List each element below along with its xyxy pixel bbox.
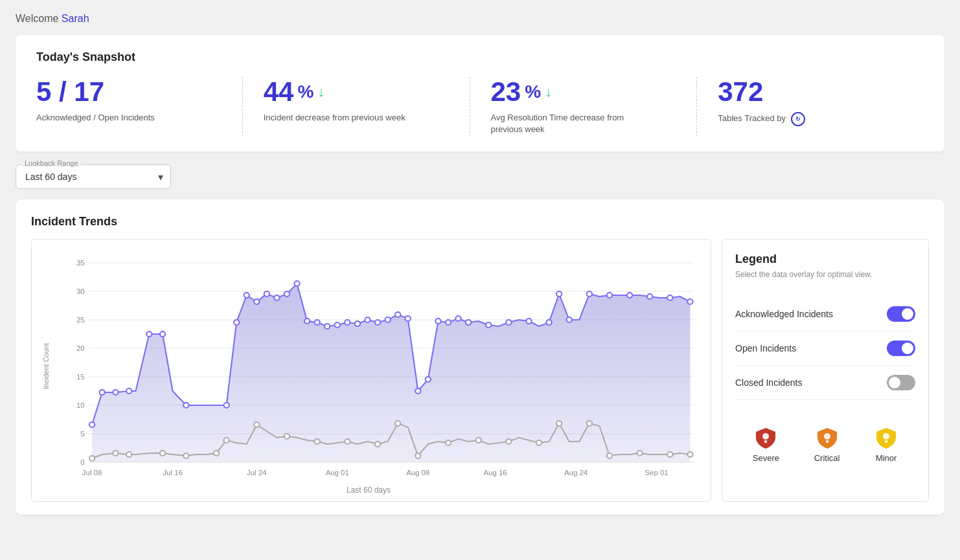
svg-rect-95 bbox=[826, 440, 829, 443]
metric-resolution-time: 23% ↓ Avg Resolution Time decrease from … bbox=[491, 77, 698, 136]
tracked-icon: ↻ bbox=[791, 112, 805, 126]
controls-row: Lookback Range Last 60 days Last 7 days … bbox=[16, 164, 944, 189]
svg-point-50 bbox=[526, 319, 531, 324]
svg-point-34 bbox=[335, 322, 340, 328]
lookback-wrapper: Lookback Range Last 60 days Last 7 days … bbox=[16, 164, 171, 189]
metric-value-4: 372 bbox=[718, 77, 903, 107]
metric-label-2: Incident decrease from previous week bbox=[264, 112, 406, 124]
metric-value-3: 23% ↓ bbox=[491, 77, 676, 107]
svg-text:20: 20 bbox=[76, 344, 85, 352]
lookback-select[interactable]: Last 60 days Last 7 days Last 14 days La… bbox=[16, 164, 171, 189]
chart-container: Incident Count bbox=[31, 239, 711, 502]
svg-point-21 bbox=[160, 331, 165, 337]
svg-point-74 bbox=[446, 440, 451, 445]
svg-point-24 bbox=[234, 320, 239, 325]
svg-text:Aug 16: Aug 16 bbox=[484, 469, 507, 476]
svg-text:30: 30 bbox=[76, 287, 85, 295]
closed-incidents-toggle[interactable] bbox=[887, 375, 915, 390]
svg-point-71 bbox=[375, 442, 380, 447]
severity-icons: Severe Critical bbox=[735, 416, 915, 463]
svg-text:10: 10 bbox=[76, 401, 85, 409]
svg-point-68 bbox=[284, 434, 290, 439]
lookback-label: Lookback Range bbox=[22, 159, 81, 167]
svg-point-17 bbox=[99, 390, 104, 395]
svg-text:Jul 24: Jul 24 bbox=[247, 469, 266, 476]
svg-point-76 bbox=[506, 439, 511, 444]
svg-point-51 bbox=[546, 320, 551, 325]
legend-item-acknowledged: Acknowledged Incidents bbox=[735, 297, 915, 331]
snapshot-title: Today's Snapshot bbox=[36, 50, 924, 64]
chart-svg: 0 5 10 15 20 25 30 35 bbox=[55, 250, 700, 483]
metric-tables-tracked: 372 Tables Tracked by ↻ bbox=[718, 77, 924, 136]
svg-point-25 bbox=[244, 293, 249, 298]
x-axis-label: Last 60 days bbox=[37, 486, 700, 495]
svg-text:15: 15 bbox=[76, 373, 85, 381]
arrow-down-icon-2: ↓ bbox=[545, 85, 552, 99]
metric-label-3: Avg Resolution Time decrease from previo… bbox=[491, 112, 634, 135]
svg-point-20 bbox=[146, 331, 152, 337]
legend-item-open: Open Incidents bbox=[735, 331, 915, 366]
svg-point-44 bbox=[435, 319, 440, 324]
svg-point-43 bbox=[426, 377, 431, 382]
svg-point-56 bbox=[627, 293, 632, 298]
svg-point-61 bbox=[113, 451, 118, 456]
critical-shield-icon bbox=[816, 426, 839, 449]
svg-point-28 bbox=[274, 295, 279, 300]
svg-point-75 bbox=[475, 438, 481, 443]
arrow-down-icon: ↓ bbox=[317, 85, 325, 99]
legend-item-closed: Closed Incidents bbox=[735, 366, 915, 400]
svg-point-46 bbox=[455, 316, 461, 321]
svg-point-77 bbox=[536, 440, 542, 445]
main-chart-section: Incident Trends Incident Count bbox=[16, 199, 944, 515]
svg-text:35: 35 bbox=[76, 259, 85, 267]
svg-point-67 bbox=[254, 422, 259, 427]
svg-point-45 bbox=[446, 320, 451, 325]
metric-acknowledged-open: 5 / 17 Acknowledged / Open Incidents bbox=[36, 77, 243, 136]
svg-point-19 bbox=[126, 388, 131, 394]
svg-point-58 bbox=[667, 295, 672, 300]
welcome-username: Sarah bbox=[62, 13, 89, 24]
y-axis-label: Incident Count bbox=[42, 343, 50, 389]
svg-rect-93 bbox=[764, 440, 767, 443]
legend-title: Legend bbox=[735, 252, 915, 266]
svg-point-26 bbox=[254, 299, 259, 304]
open-incidents-toggle[interactable] bbox=[887, 341, 915, 356]
svg-point-80 bbox=[607, 453, 612, 458]
svg-point-82 bbox=[667, 452, 672, 457]
svg-point-60 bbox=[89, 456, 95, 461]
snapshot-card: Today's Snapshot 5 / 17 Acknowledged / O… bbox=[16, 35, 944, 151]
metric-incident-decrease: 44% ↓ Incident decrease from previous we… bbox=[264, 77, 470, 136]
svg-text:5: 5 bbox=[80, 430, 84, 438]
svg-point-38 bbox=[375, 320, 380, 325]
svg-point-65 bbox=[214, 451, 219, 456]
svg-point-22 bbox=[183, 403, 189, 408]
svg-point-42 bbox=[415, 388, 420, 394]
svg-text:0: 0 bbox=[80, 458, 84, 466]
svg-text:Jul 08: Jul 08 bbox=[82, 469, 102, 476]
svg-point-62 bbox=[126, 452, 131, 457]
chart-section-title: Incident Trends bbox=[31, 215, 929, 229]
svg-text:Aug 01: Aug 01 bbox=[326, 469, 349, 476]
chart-and-legend: Incident Count bbox=[31, 239, 929, 502]
metric-value-2: 44% ↓ bbox=[264, 77, 449, 107]
svg-point-31 bbox=[304, 319, 310, 324]
svg-point-18 bbox=[113, 390, 118, 395]
svg-point-64 bbox=[183, 453, 189, 458]
svg-point-40 bbox=[395, 312, 400, 317]
svg-point-66 bbox=[223, 438, 229, 443]
svg-point-47 bbox=[466, 320, 471, 325]
svg-point-73 bbox=[415, 453, 420, 458]
svg-point-39 bbox=[385, 317, 390, 322]
svg-point-94 bbox=[824, 433, 830, 440]
svg-point-49 bbox=[506, 320, 511, 325]
svg-point-81 bbox=[637, 451, 642, 456]
metric-label-1: Acknowledged / Open Incidents bbox=[36, 112, 179, 124]
severity-severe: Severe bbox=[753, 426, 779, 463]
severe-shield-icon bbox=[754, 426, 777, 449]
svg-point-78 bbox=[556, 421, 562, 426]
legend-panel: Legend Select the data overlay for optim… bbox=[722, 239, 929, 502]
svg-text:Sep 01: Sep 01 bbox=[645, 469, 669, 476]
acknowledged-toggle[interactable] bbox=[887, 306, 915, 322]
svg-point-92 bbox=[762, 433, 769, 440]
svg-point-23 bbox=[223, 403, 229, 408]
